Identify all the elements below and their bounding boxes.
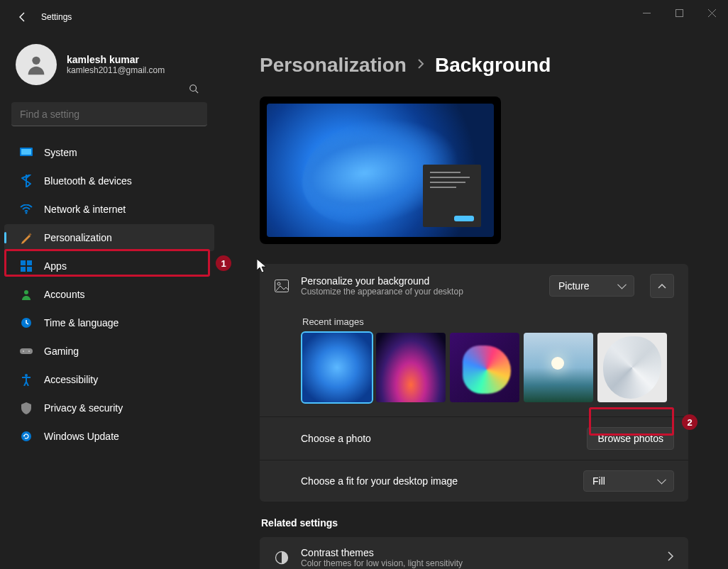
recent-thumb-3[interactable] bbox=[450, 333, 519, 402]
svg-point-20 bbox=[25, 374, 28, 377]
sidebar-item-personalization[interactable]: Personalization bbox=[4, 224, 214, 251]
update-icon bbox=[20, 430, 33, 443]
sidebar-item-network[interactable]: Network & internet bbox=[4, 196, 214, 223]
maximize-button[interactable] bbox=[663, 0, 695, 26]
network-icon bbox=[20, 203, 33, 216]
svg-point-18 bbox=[23, 350, 24, 352]
nav-label: Privacy & security bbox=[44, 402, 123, 414]
image-icon bbox=[274, 280, 289, 292]
back-button[interactable] bbox=[14, 9, 31, 26]
svg-rect-12 bbox=[27, 260, 32, 265]
accounts-icon bbox=[20, 288, 33, 301]
user-block[interactable]: kamlesh kumar kamlesh2011@gmail.com bbox=[0, 41, 219, 102]
collapse-button[interactable] bbox=[650, 274, 674, 298]
privacy-icon bbox=[20, 402, 33, 414]
fit-dropdown[interactable]: Fill bbox=[583, 470, 674, 492]
svg-point-9 bbox=[26, 212, 28, 214]
breadcrumb-parent[interactable]: Personalization bbox=[260, 54, 407, 77]
nav-label: System bbox=[44, 147, 77, 158]
nav-label: Bluetooth & devices bbox=[44, 175, 132, 187]
related-card: Contrast themes Color themes for low vis… bbox=[260, 537, 688, 569]
time-icon bbox=[20, 316, 33, 329]
search-input[interactable] bbox=[11, 102, 207, 126]
sidebar-item-accessibility[interactable]: Accessibility bbox=[4, 366, 214, 393]
preview-sample-window bbox=[423, 165, 481, 227]
preview-wallpaper bbox=[267, 104, 494, 237]
avatar bbox=[16, 44, 57, 85]
svg-point-21 bbox=[21, 431, 31, 441]
choose-fit-row: Choose a fit for your desktop image Fill bbox=[260, 460, 688, 502]
nav-list: System Bluetooth & devices Network & int… bbox=[0, 139, 219, 450]
svg-rect-14 bbox=[27, 267, 32, 272]
choose-photo-row: Choose a photo Browse photos bbox=[260, 416, 688, 460]
svg-point-5 bbox=[190, 85, 197, 92]
close-button[interactable] bbox=[695, 0, 728, 26]
svg-rect-17 bbox=[20, 348, 33, 354]
sidebar-item-system[interactable]: System bbox=[4, 139, 214, 166]
user-name: kamlesh kumar bbox=[67, 54, 165, 65]
svg-rect-13 bbox=[21, 267, 26, 272]
related-heading: Related settings bbox=[261, 517, 688, 529]
svg-rect-11 bbox=[21, 260, 26, 265]
svg-point-4 bbox=[32, 57, 40, 65]
background-type-dropdown[interactable]: Picture bbox=[549, 275, 634, 297]
nav-label: Network & internet bbox=[44, 204, 126, 215]
system-icon bbox=[20, 146, 33, 159]
svg-point-23 bbox=[277, 282, 280, 285]
contrast-icon bbox=[274, 551, 289, 565]
personalize-row: Personalize your background Customize th… bbox=[260, 264, 688, 308]
svg-rect-8 bbox=[21, 149, 31, 155]
choose-fit-label: Choose a fit for your desktop image bbox=[301, 475, 572, 487]
nav-label: Accessibility bbox=[44, 374, 98, 385]
titlebar: Settings bbox=[0, 0, 728, 34]
choose-photo-label: Choose a photo bbox=[301, 433, 575, 444]
breadcrumb: Personalization Background bbox=[260, 54, 688, 77]
sidebar-item-update[interactable]: Windows Update bbox=[4, 423, 214, 450]
nav-label: Windows Update bbox=[44, 431, 119, 442]
sidebar-item-time[interactable]: Time & language bbox=[4, 309, 214, 336]
annotation-number-2: 2 bbox=[682, 414, 697, 430]
recent-thumb-5[interactable] bbox=[597, 333, 667, 402]
chevron-right-icon bbox=[417, 59, 425, 72]
annotation-number-1: 1 bbox=[216, 255, 231, 271]
row-subtitle: Customize the appearance of your desktop bbox=[301, 287, 538, 297]
recent-images-block: Recent images bbox=[260, 308, 688, 416]
svg-point-19 bbox=[28, 350, 30, 352]
sidebar-item-accounts[interactable]: Accounts bbox=[4, 281, 214, 308]
contrast-sub: Color themes for low vision, light sensi… bbox=[301, 558, 656, 568]
personalization-icon bbox=[20, 231, 33, 244]
sidebar: kamlesh kumar kamlesh2011@gmail.com Syst… bbox=[0, 34, 219, 569]
nav-label: Accounts bbox=[44, 289, 85, 300]
sidebar-item-gaming[interactable]: Gaming bbox=[4, 338, 214, 365]
sidebar-item-apps[interactable]: Apps bbox=[4, 253, 214, 280]
contrast-title: Contrast themes bbox=[301, 547, 656, 558]
user-email: kamlesh2011@gmail.com bbox=[67, 65, 165, 75]
row-title: Personalize your background bbox=[301, 275, 538, 287]
main-content: Personalization Background Personalize y… bbox=[219, 34, 728, 569]
search-icon bbox=[189, 84, 199, 96]
svg-line-6 bbox=[196, 91, 199, 94]
browse-photos-button[interactable]: Browse photos bbox=[587, 427, 674, 450]
breadcrumb-current: Background bbox=[435, 54, 551, 77]
svg-point-15 bbox=[24, 290, 28, 294]
svg-rect-1 bbox=[675, 9, 683, 16]
window-controls bbox=[630, 0, 728, 26]
window-title: Settings bbox=[41, 12, 72, 22]
contrast-themes-row[interactable]: Contrast themes Color themes for low vis… bbox=[260, 537, 688, 569]
minimize-button[interactable] bbox=[630, 0, 663, 26]
nav-label: Time & language bbox=[44, 317, 118, 328]
recent-label: Recent images bbox=[302, 316, 674, 327]
apps-icon bbox=[20, 260, 33, 272]
desktop-preview bbox=[260, 96, 501, 244]
recent-thumb-4[interactable] bbox=[524, 333, 593, 402]
sidebar-item-privacy[interactable]: Privacy & security bbox=[4, 394, 214, 421]
sidebar-item-bluetooth[interactable]: Bluetooth & devices bbox=[4, 167, 214, 194]
accessibility-icon bbox=[20, 373, 33, 386]
nav-label: Gaming bbox=[44, 346, 79, 357]
nav-label: Apps bbox=[44, 260, 67, 272]
chevron-right-icon bbox=[667, 551, 674, 564]
recent-thumb-2[interactable] bbox=[376, 333, 446, 402]
bluetooth-icon bbox=[20, 175, 33, 187]
gaming-icon bbox=[20, 345, 33, 358]
recent-thumb-1[interactable] bbox=[302, 333, 372, 402]
